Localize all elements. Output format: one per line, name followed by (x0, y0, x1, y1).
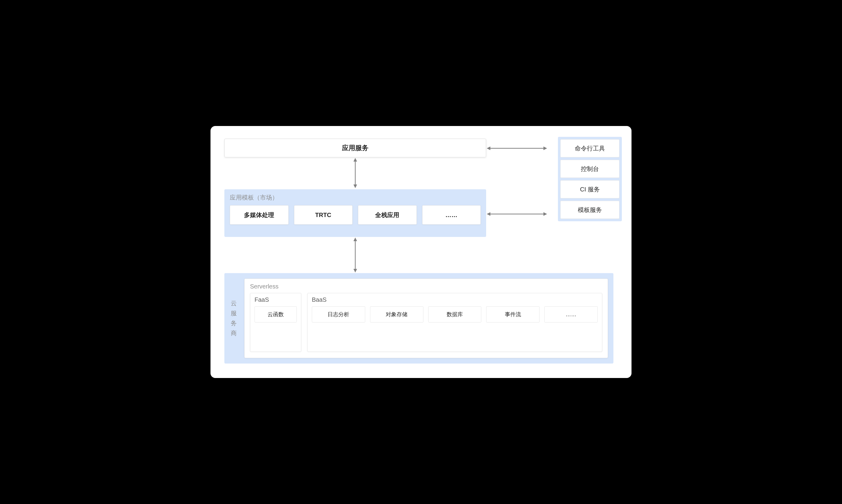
baas-label: BaaS (312, 296, 598, 303)
arrow-templates-to-tools (487, 211, 547, 218)
baas-more: …… (544, 306, 598, 323)
template-multimedia: 多媒体处理 (230, 205, 288, 224)
templates-label: 应用模板（市场） (230, 194, 481, 202)
tool-template: 模板服务 (560, 201, 619, 219)
arrow-templates-to-cloud (352, 237, 359, 272)
arrow-app-to-templates (352, 158, 359, 188)
svg-marker-1 (353, 158, 357, 162)
baas-db: 数据库 (428, 306, 481, 323)
template-more: …… (422, 205, 481, 224)
faas-box: FaaS 云函数 (250, 293, 301, 352)
svg-marker-10 (487, 212, 490, 216)
app-service-box: 应用服务 (224, 139, 486, 157)
architecture-diagram: 应用服务 命令行工具 控制台 CI 服务 模板服务 应用模板（市场） 多媒体处理… (211, 126, 631, 378)
faas-cloud-function: 云函数 (255, 306, 297, 323)
svg-marker-5 (353, 269, 357, 272)
tool-cli: 命令行工具 (560, 139, 619, 157)
serverless-label: Serverless (250, 283, 602, 290)
svg-marker-8 (543, 146, 547, 150)
templates-panel: 应用模板（市场） 多媒体处理 TRTC 全栈应用 …… (224, 189, 486, 237)
svg-marker-4 (353, 237, 357, 241)
tool-console: 控制台 (560, 160, 619, 178)
faas-baas-row: FaaS 云函数 BaaS 日志分析 对象存储 数据库 事件流 …… (250, 293, 602, 352)
baas-items: 日志分析 对象存储 数据库 事件流 …… (312, 306, 598, 347)
cloud-vendor-panel: 云服务商 Serverless FaaS 云函数 BaaS 日志分析 对象存储 … (224, 273, 613, 363)
svg-marker-2 (353, 184, 357, 188)
app-service-label: 应用服务 (342, 143, 369, 152)
templates-row: 多媒体处理 TRTC 全栈应用 …… (230, 205, 481, 224)
baas-box: BaaS 日志分析 对象存储 数据库 事件流 …… (307, 293, 602, 352)
faas-items: 云函数 (255, 306, 297, 347)
baas-log: 日志分析 (312, 306, 365, 323)
tool-ci: CI 服务 (560, 180, 619, 198)
arrow-app-to-tools (487, 145, 547, 152)
tools-panel: 命令行工具 控制台 CI 服务 模板服务 (558, 137, 622, 221)
template-trtc: TRTC (294, 205, 353, 224)
faas-label: FaaS (255, 296, 297, 303)
baas-storage: 对象存储 (370, 306, 423, 323)
svg-marker-11 (543, 212, 547, 216)
serverless-box: Serverless FaaS 云函数 BaaS 日志分析 对象存储 数据库 事… (244, 278, 608, 358)
template-fullstack: 全栈应用 (358, 205, 417, 224)
cloud-vendor-label: 云服务商 (230, 278, 238, 358)
baas-events: 事件流 (486, 306, 540, 323)
svg-marker-7 (487, 146, 490, 150)
